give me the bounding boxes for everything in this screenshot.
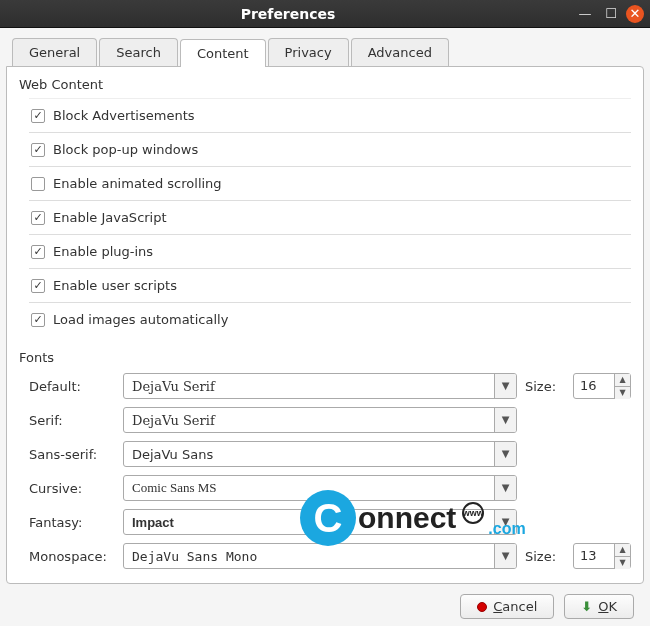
- checkbox-icon[interactable]: [31, 109, 45, 123]
- combo-cursive-font[interactable]: Comic Sans MS ▼: [123, 475, 517, 501]
- checkbox-icon[interactable]: [31, 245, 45, 259]
- tab-general[interactable]: General: [12, 38, 97, 66]
- fonts-grid: Default: DejaVu Serif ▼ Size: 16 ▲▼ Seri…: [29, 373, 631, 569]
- combo-value: DejaVu Serif: [124, 413, 494, 428]
- cancel-button[interactable]: Cancel: [460, 594, 554, 619]
- spin-arrows[interactable]: ▲▼: [614, 544, 630, 568]
- button-label: OK: [598, 599, 617, 614]
- label-mono-font: Monospace:: [29, 549, 115, 564]
- chevron-up-icon[interactable]: ▲: [615, 544, 630, 557]
- check-block-popups[interactable]: Block pop-up windows: [29, 133, 631, 167]
- checkbox-icon[interactable]: [31, 313, 45, 327]
- tab-advanced[interactable]: Advanced: [351, 38, 449, 66]
- window-body: General Search Content Privacy Advanced …: [0, 28, 650, 625]
- maximize-button[interactable]: ☐: [600, 4, 622, 24]
- close-button[interactable]: ✕: [626, 5, 644, 23]
- check-label: Enable user scripts: [53, 278, 177, 293]
- checkbox-icon[interactable]: [31, 279, 45, 293]
- check-label: Block Advertisements: [53, 108, 195, 123]
- tab-privacy[interactable]: Privacy: [268, 38, 349, 66]
- stop-icon: [477, 602, 487, 612]
- chevron-up-icon[interactable]: ▲: [615, 374, 630, 387]
- check-icon: ⬇: [581, 599, 592, 614]
- combo-sans-font[interactable]: DejaVu Sans ▼: [123, 441, 517, 467]
- titlebar: Preferences — ☐ ✕: [0, 0, 650, 28]
- dialog-buttons: Cancel ⬇ OK: [6, 584, 644, 619]
- web-content-checklist: Block Advertisements Block pop-up window…: [29, 98, 631, 336]
- chevron-down-icon[interactable]: ▼: [494, 374, 516, 398]
- section-web-content: Web Content: [19, 77, 631, 92]
- tab-panel-content: Web Content Block Advertisements Block p…: [6, 66, 644, 584]
- check-enable-javascript[interactable]: Enable JavaScript: [29, 201, 631, 235]
- check-enable-plugins[interactable]: Enable plug-ins: [29, 235, 631, 269]
- spin-arrows[interactable]: ▲▼: [614, 374, 630, 398]
- combo-value: DejaVu Serif: [124, 379, 494, 394]
- chevron-down-icon[interactable]: ▼: [615, 387, 630, 399]
- check-enable-user-scripts[interactable]: Enable user scripts: [29, 269, 631, 303]
- chevron-down-icon[interactable]: ▼: [494, 510, 516, 534]
- spin-default-size[interactable]: 16 ▲▼: [573, 373, 631, 399]
- check-label: Block pop-up windows: [53, 142, 198, 157]
- section-fonts: Fonts: [19, 350, 631, 365]
- label-sans-font: Sans-serif:: [29, 447, 115, 462]
- label-default-font: Default:: [29, 379, 115, 394]
- checkbox-icon[interactable]: [31, 143, 45, 157]
- check-label: Enable plug-ins: [53, 244, 153, 259]
- chevron-down-icon[interactable]: ▼: [615, 557, 630, 569]
- check-label: Enable JavaScript: [53, 210, 167, 225]
- button-label: Cancel: [493, 599, 537, 614]
- chevron-down-icon[interactable]: ▼: [494, 442, 516, 466]
- window-title: Preferences: [6, 6, 570, 22]
- combo-value: Comic Sans MS: [124, 480, 494, 496]
- combo-value: Impact: [124, 515, 494, 530]
- spin-mono-size[interactable]: 13 ▲▼: [573, 543, 631, 569]
- checkbox-icon[interactable]: [31, 177, 45, 191]
- combo-serif-font[interactable]: DejaVu Serif ▼: [123, 407, 517, 433]
- tab-content[interactable]: Content: [180, 39, 266, 67]
- label-cursive-font: Cursive:: [29, 481, 115, 496]
- check-label: Enable animated scrolling: [53, 176, 222, 191]
- tab-search[interactable]: Search: [99, 38, 178, 66]
- checkbox-icon[interactable]: [31, 211, 45, 225]
- spin-value: 13: [574, 544, 614, 568]
- check-block-ads[interactable]: Block Advertisements: [29, 99, 631, 133]
- chevron-down-icon[interactable]: ▼: [494, 476, 516, 500]
- spin-value: 16: [574, 374, 614, 398]
- combo-fantasy-font[interactable]: Impact ▼: [123, 509, 517, 535]
- label-serif-font: Serif:: [29, 413, 115, 428]
- minimize-button[interactable]: —: [574, 4, 596, 24]
- label-fantasy-font: Fantasy:: [29, 515, 115, 530]
- chevron-down-icon[interactable]: ▼: [494, 408, 516, 432]
- check-load-images[interactable]: Load images automatically: [29, 303, 631, 336]
- tab-bar: General Search Content Privacy Advanced: [6, 38, 644, 66]
- chevron-down-icon[interactable]: ▼: [494, 544, 516, 568]
- label-mono-size: Size:: [525, 549, 565, 564]
- label-default-size: Size:: [525, 379, 565, 394]
- combo-value: DejaVu Sans Mono: [124, 549, 494, 564]
- check-label: Load images automatically: [53, 312, 228, 327]
- combo-default-font[interactable]: DejaVu Serif ▼: [123, 373, 517, 399]
- ok-button[interactable]: ⬇ OK: [564, 594, 634, 619]
- combo-mono-font[interactable]: DejaVu Sans Mono ▼: [123, 543, 517, 569]
- combo-value: DejaVu Sans: [124, 447, 494, 462]
- check-animated-scrolling[interactable]: Enable animated scrolling: [29, 167, 631, 201]
